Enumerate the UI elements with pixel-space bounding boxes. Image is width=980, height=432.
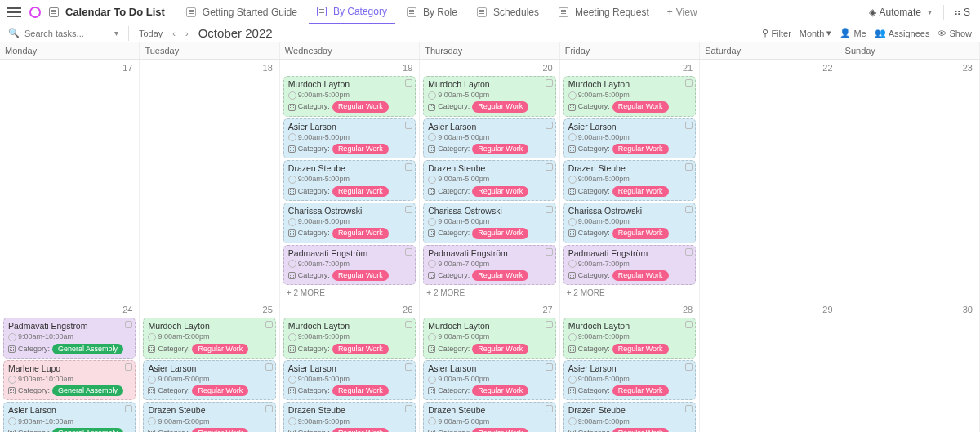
menu-toggle[interactable]: [7, 5, 21, 20]
tab-schedules[interactable]: Schedules: [469, 0, 547, 24]
copy-icon[interactable]: [405, 363, 412, 371]
calendar-event[interactable]: Asier Larson 9:00am-5:00pm Category: Reg…: [143, 360, 275, 401]
calendar-event[interactable]: Murdoch Layton 9:00am-5:00pm Category: R…: [283, 76, 416, 117]
copy-icon[interactable]: [546, 405, 553, 412]
calendar-event[interactable]: Murdoch Layton 9:00am-5:00pm Category: R…: [564, 318, 696, 359]
copy-icon[interactable]: [405, 122, 412, 129]
search-input[interactable]: 🔍▾: [8, 28, 118, 38]
view-mode-dropdown[interactable]: Month ▾: [800, 28, 832, 38]
copy-icon[interactable]: [405, 321, 412, 328]
copy-icon[interactable]: [685, 405, 693, 412]
calendar-event[interactable]: Asier Larson 9:00am-5:00pm Category: Reg…: [564, 118, 696, 159]
show-more-button[interactable]: + 2 MORE: [282, 287, 417, 299]
calendar-cell[interactable]: 17: [0, 60, 140, 301]
copy-icon[interactable]: [125, 363, 132, 371]
calendar-event[interactable]: Asier Larson 9:00am-5:00pm Category: Reg…: [423, 118, 555, 159]
copy-icon[interactable]: [405, 248, 412, 256]
calendar-cell[interactable]: 22: [700, 60, 840, 301]
calendar-cell[interactable]: 19 Murdoch Layton 9:00am-5:00pm Category…: [280, 60, 420, 301]
next-button[interactable]: ›: [182, 29, 192, 38]
assignees-filter[interactable]: 👥 Assignees: [875, 28, 930, 38]
calendar-cell[interactable]: 25 Murdoch Layton 9:00am-5:00pm Category…: [140, 301, 279, 432]
copy-icon[interactable]: [265, 363, 273, 371]
calendar-event[interactable]: Murdoch Layton 9:00am-5:00pm Category: R…: [564, 76, 696, 117]
copy-icon[interactable]: [265, 321, 273, 328]
today-button[interactable]: Today: [139, 29, 163, 38]
calendar-cell[interactable]: 30: [840, 301, 980, 432]
calendar-event[interactable]: Murdoch Layton 9:00am-5:00pm Category: R…: [423, 318, 555, 359]
copy-icon[interactable]: [685, 363, 693, 371]
calendar-event[interactable]: Murdoch Layton 9:00am-5:00pm Category: R…: [143, 318, 275, 359]
calendar-event[interactable]: Drazen Steube 9:00am-5:00pm Category: Re…: [564, 160, 696, 201]
copy-icon[interactable]: [685, 122, 693, 129]
category-pill: Regular Work: [192, 428, 248, 432]
copy-icon[interactable]: [405, 79, 412, 87]
copy-icon[interactable]: [685, 163, 693, 171]
calendar-event[interactable]: Padmavati Engström 9:00am-10:00am Catego…: [3, 318, 136, 359]
copy-icon[interactable]: [125, 405, 132, 412]
copy-icon[interactable]: [546, 206, 553, 213]
tab-meeting-request[interactable]: Meeting Request: [550, 0, 657, 24]
copy-icon[interactable]: [125, 321, 132, 328]
tab-by-category[interactable]: By Category: [309, 0, 395, 24]
calendar-cell[interactable]: 27 Murdoch Layton 9:00am-5:00pm Category…: [420, 301, 559, 432]
calendar-event[interactable]: Asier Larson 9:00am-5:00pm Category: Reg…: [423, 360, 555, 401]
copy-icon[interactable]: [405, 405, 412, 412]
copy-icon[interactable]: [546, 79, 553, 87]
copy-icon[interactable]: [546, 248, 553, 256]
calendar-event[interactable]: Murdoch Layton 9:00am-5:00pm Category: R…: [283, 318, 416, 359]
show-button[interactable]: 👁 Show: [938, 29, 972, 38]
calendar-cell[interactable]: 23: [840, 60, 980, 301]
category-pill: Regular Work: [472, 228, 528, 238]
calendar-cell[interactable]: 20 Murdoch Layton 9:00am-5:00pm Category…: [420, 60, 559, 301]
calendar-event[interactable]: Drazen Steube 9:00am-5:00pm Category: Re…: [423, 160, 555, 201]
copy-icon[interactable]: [685, 248, 693, 256]
copy-icon[interactable]: [546, 321, 553, 328]
calendar-cell[interactable]: 26 Murdoch Layton 9:00am-5:00pm Category…: [280, 301, 420, 432]
calendar-event[interactable]: Charissa Ostrowski 9:00am-5:00pm Categor…: [283, 203, 416, 243]
calendar-cell[interactable]: 28 Murdoch Layton 9:00am-5:00pm Category…: [560, 301, 700, 432]
calendar-event[interactable]: Drazen Steube 9:00am-5:00pm Category: Re…: [283, 402, 416, 432]
calendar-event[interactable]: Drazen Steube 9:00am-5:00pm Category: Re…: [423, 402, 555, 432]
calendar-event[interactable]: Padmavati Engström 9:00am-7:00pm Categor…: [423, 245, 555, 286]
calendar-cell[interactable]: 24 Padmavati Engström 9:00am-10:00am Cat…: [0, 301, 140, 432]
calendar-cell[interactable]: 29: [700, 301, 840, 432]
chevron-down-icon[interactable]: ▾: [114, 29, 118, 38]
copy-icon[interactable]: [546, 363, 553, 371]
calendar-event[interactable]: Drazen Steube 9:00am-5:00pm Category: Re…: [564, 402, 696, 432]
calendar-event[interactable]: Asier Larson 9:00am-10:00am Category: Ge…: [3, 402, 136, 432]
calendar-event[interactable]: Charissa Ostrowski 9:00am-5:00pm Categor…: [564, 203, 696, 243]
copy-icon[interactable]: [405, 163, 412, 171]
show-more-button[interactable]: + 2 MORE: [421, 287, 557, 299]
filter-button[interactable]: ⚲ Filter: [762, 28, 791, 38]
me-filter[interactable]: 👤 Me: [840, 28, 866, 38]
copy-icon[interactable]: [685, 206, 693, 213]
copy-icon[interactable]: [685, 79, 693, 87]
calendar-cell[interactable]: 18: [140, 60, 279, 301]
add-view-button[interactable]: +View: [661, 7, 704, 18]
prev-button[interactable]: ‹: [169, 29, 179, 38]
event-time: 9:00am-5:00pm: [568, 175, 691, 184]
calendar-event[interactable]: Asier Larson 9:00am-5:00pm Category: Reg…: [283, 118, 416, 159]
divider: [943, 5, 944, 20]
automate-button[interactable]: ◈ Automate▾: [864, 7, 937, 18]
copy-icon[interactable]: [265, 405, 273, 412]
copy-icon[interactable]: [546, 163, 553, 171]
share-button[interactable]: ⠶ S: [951, 7, 973, 18]
calendar-event[interactable]: Drazen Steube 9:00am-5:00pm Category: Re…: [143, 402, 275, 432]
calendar-event[interactable]: Padmavati Engström 9:00am-7:00pm Categor…: [564, 245, 696, 286]
calendar-cell[interactable]: 21 Murdoch Layton 9:00am-5:00pm Category…: [560, 60, 700, 301]
calendar-event[interactable]: Drazen Steube 9:00am-5:00pm Category: Re…: [283, 160, 416, 201]
calendar-event[interactable]: Charissa Ostrowski 9:00am-5:00pm Categor…: [423, 203, 555, 243]
tab-getting-started[interactable]: Getting Started Guide: [178, 0, 305, 24]
copy-icon[interactable]: [546, 122, 553, 129]
calendar-event[interactable]: Padmavati Engström 9:00am-7:00pm Categor…: [283, 245, 416, 286]
calendar-event[interactable]: Asier Larson 9:00am-5:00pm Category: Reg…: [564, 360, 696, 401]
show-more-button[interactable]: + 2 MORE: [562, 287, 697, 299]
calendar-event[interactable]: Murdoch Layton 9:00am-5:00pm Category: R…: [423, 76, 555, 117]
calendar-event[interactable]: Asier Larson 9:00am-5:00pm Category: Reg…: [283, 360, 416, 401]
calendar-event[interactable]: Marlene Lupo 9:00am-10:00am Category: Ge…: [3, 360, 136, 401]
copy-icon[interactable]: [685, 321, 693, 328]
copy-icon[interactable]: [405, 206, 412, 213]
tab-by-role[interactable]: By Role: [399, 0, 466, 24]
